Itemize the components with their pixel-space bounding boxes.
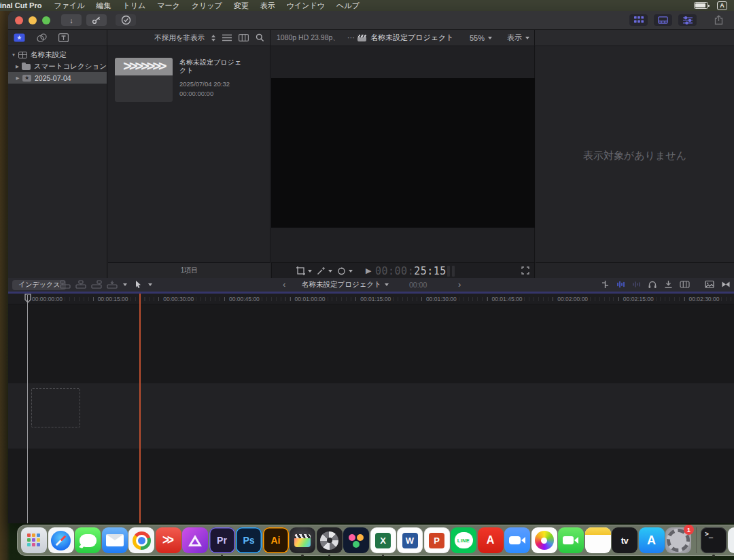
show-libraries-button[interactable] — [14, 33, 25, 42]
media-photos-icon — [37, 33, 47, 43]
battery-icon[interactable] — [694, 2, 708, 9]
dock-icon-launchpad[interactable] — [21, 527, 47, 553]
dock-icon-acrobat[interactable]: A — [478, 527, 504, 553]
empty-storyline-placeholder[interactable] — [31, 388, 80, 427]
clip-title[interactable]: 名称未設定プロジェクト — [179, 58, 245, 75]
dock-icon-excel[interactable]: X — [370, 527, 396, 553]
dock-icon-red-video[interactable]: >> — [156, 527, 181, 553]
primary-storyline-lane[interactable] — [8, 383, 734, 449]
show-inspector-toggle[interactable] — [678, 14, 697, 26]
share-button[interactable] — [710, 14, 727, 26]
sidebar-item-folder[interactable]: ▶スマートコレクション — [8, 60, 107, 72]
dock-icon-partial-app[interactable] — [728, 527, 734, 553]
viewer-zoom-dropdown[interactable]: 55% — [470, 34, 492, 42]
menu-item[interactable]: 編集 — [96, 1, 111, 11]
dock-icon-facetime[interactable] — [558, 527, 584, 553]
sidebar-item-library[interactable]: ▼名称未設定 — [8, 49, 107, 60]
playhead-line[interactable] — [27, 295, 28, 523]
retime-button[interactable] — [337, 266, 353, 275]
index-button[interactable]: インデックス — [12, 280, 66, 290]
dock-icon-terminal[interactable]: >_ — [701, 527, 727, 553]
show-timeline-toggle[interactable] — [654, 14, 672, 26]
menu-item[interactable]: クリップ — [192, 1, 222, 11]
dock-icon-system-settings[interactable]: 1 — [665, 527, 691, 553]
timeline-ruler[interactable]: 00:00:00:0000:00:15:0000:00:30:0000:00:4… — [8, 294, 734, 304]
import-media-button[interactable]: ↓ — [61, 14, 82, 26]
dock-icon-premiere-pro[interactable]: Pr — [209, 527, 235, 553]
filter-dropdown[interactable]: 不採用を非表示 — [154, 33, 205, 43]
disclosure-triangle-icon[interactable]: ▼ — [10, 52, 17, 57]
video-preview-frame[interactable] — [271, 78, 535, 228]
dock-icon-line[interactable]: LINE — [451, 527, 476, 553]
dock-icon-mail[interactable] — [102, 527, 128, 553]
minimize-button[interactable] — [29, 16, 37, 24]
background-tasks-button[interactable] — [116, 14, 136, 26]
clip-appearance-icon[interactable] — [680, 280, 690, 289]
ruler-tick-label: 00:00:15:00 — [97, 296, 130, 302]
timeline-body[interactable] — [8, 304, 734, 523]
keyword-editor-button[interactable] — [86, 14, 107, 26]
dock-icon-final-cut-pro[interactable] — [290, 527, 315, 553]
disclosure-triangle-icon[interactable]: ▶ — [14, 64, 20, 69]
ruler-tick: 00:00:45:00 — [224, 294, 261, 304]
crop-tools-button[interactable] — [296, 266, 312, 275]
disclosure-triangle-icon[interactable]: ▶ — [14, 75, 21, 81]
fullscreen-button[interactable] — [521, 266, 529, 275]
menu-item[interactable]: ヘルプ — [336, 1, 360, 11]
snapping-toggle-icon[interactable] — [664, 280, 673, 289]
sidebar-item-event[interactable]: ▶★2025-07-04 — [8, 72, 107, 84]
dock-icon-chrome[interactable] — [128, 527, 154, 553]
menu-app-name[interactable]: Final Cut Pro — [0, 1, 41, 10]
dock-icon-apple-tv[interactable]: tv — [612, 527, 637, 553]
close-button[interactable] — [15, 16, 23, 24]
dock-icon-davinci-resolve[interactable] — [343, 527, 369, 553]
audio-monitor-headphones-icon[interactable] — [648, 280, 657, 289]
enhancements-button[interactable] — [317, 266, 332, 275]
play-button[interactable]: ▶ — [366, 266, 371, 275]
dock-icon-notes[interactable] — [585, 527, 611, 553]
timeline-project-dropdown[interactable]: 名称未設定プロジェクト — [302, 280, 389, 290]
show-browser-toggle[interactable] — [629, 14, 648, 26]
project-clip-thumbnail[interactable]: >>>>>>> — [115, 58, 173, 102]
more-options-icon[interactable]: ⋯ — [347, 33, 355, 42]
tool-selector[interactable] — [135, 280, 152, 289]
menu-item[interactable]: マーク — [157, 1, 180, 11]
dock-icon-safari[interactable] — [48, 527, 74, 553]
skimming-toggle-icon[interactable] — [601, 280, 610, 289]
clip-appearance-button[interactable] — [222, 34, 232, 41]
dock-icon-powerpoint[interactable]: P — [424, 527, 450, 553]
show-media-browser-button[interactable] — [37, 33, 47, 43]
solo-toggle-icon[interactable] — [632, 280, 641, 289]
dock-icon-photoshop[interactable]: Ps — [236, 527, 262, 553]
show-titles-generators-button[interactable] — [58, 33, 69, 42]
dock-icon-photos[interactable] — [531, 527, 557, 553]
dock-icon-illustrator[interactable]: Ai — [263, 527, 289, 553]
effects-browser-icon[interactable] — [705, 280, 714, 289]
append-edit-icon[interactable] — [91, 280, 102, 289]
timeline-back-button[interactable]: ‹ — [283, 279, 285, 290]
timeline-forward-button[interactable]: › — [458, 279, 461, 290]
viewer-view-dropdown[interactable]: 表示 — [507, 33, 529, 43]
menu-item[interactable]: トリム — [122, 1, 145, 11]
filter-stepper-icon[interactable] — [211, 35, 215, 41]
overwrite-edit-icon[interactable] — [107, 280, 118, 289]
insert-edit-icon[interactable] — [75, 280, 86, 289]
menu-item[interactable]: 変更 — [234, 1, 249, 11]
menu-item[interactable]: 表示 — [260, 1, 275, 11]
connect-edit-icon[interactable] — [60, 280, 71, 289]
filmstrip-view-button[interactable] — [239, 34, 249, 41]
dock-icon-messages[interactable] — [75, 527, 101, 553]
transitions-browser-icon[interactable] — [721, 280, 731, 289]
audio-skimming-toggle-icon[interactable] — [616, 280, 625, 289]
dock-icon-affinity-photo[interactable] — [182, 527, 208, 553]
audio-meters[interactable] — [447, 266, 455, 277]
input-method-icon[interactable]: A — [717, 1, 727, 10]
dock-icon-word[interactable]: W — [397, 527, 423, 553]
dock-icon-app-store[interactable]: A — [639, 527, 665, 553]
dock-icon-compressor[interactable] — [317, 527, 343, 553]
menu-item[interactable]: ウインドウ — [287, 1, 325, 11]
menu-item[interactable]: ファイル — [54, 1, 84, 11]
search-button[interactable] — [256, 33, 264, 42]
zoom-window-button[interactable] — [42, 16, 50, 24]
dock-icon-zoom-app[interactable] — [504, 527, 530, 553]
